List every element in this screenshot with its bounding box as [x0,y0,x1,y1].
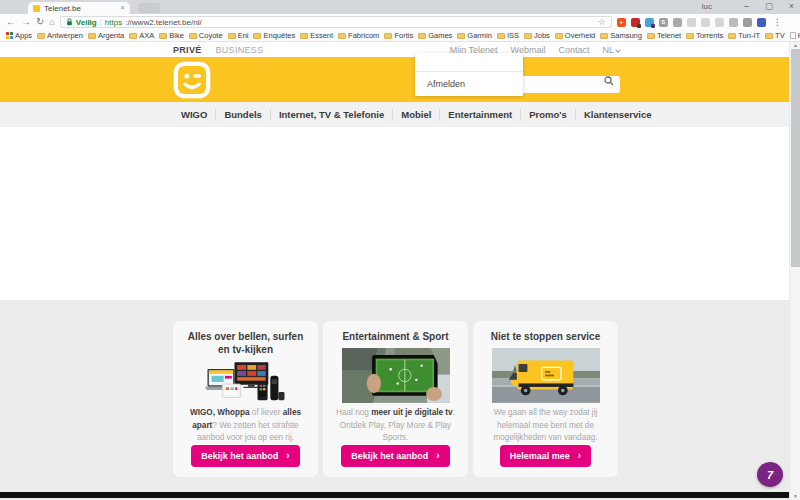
back-icon[interactable]: ← [6,17,16,27]
extensions-row: + S [617,18,766,27]
dropdown-spacer [415,53,523,72]
extension-badge [763,24,767,28]
bookmark-folder-item[interactable]: Fabricom [336,31,381,40]
extension-grey-square-icon[interactable] [729,18,738,27]
chat-bubble[interactable]: 7 [757,462,783,487]
extension-badge [735,24,739,28]
bookmark-folder-item[interactable]: Argenta [86,31,126,40]
nav-item[interactable]: Entertainment [440,109,521,120]
language-selector[interactable]: NL [602,45,620,55]
scroll-down-icon[interactable]: ▼ [790,493,800,499]
bookmark-label: Bike [169,31,184,40]
bookmark-folder-item[interactable]: AXA [127,31,156,40]
bookmark-page-item[interactable]: HP Deskjet 6980 NW [788,31,800,40]
bookmark-folder-item[interactable]: Telenet [645,31,683,40]
folder-icon [524,33,532,39]
page-scrollbar[interactable]: ▲ ▼ [789,42,800,500]
extension-blue-square-icon[interactable] [757,18,766,27]
extension-faded-1-icon[interactable] [687,18,696,27]
bookmark-folder-item[interactable]: Essent [298,31,335,40]
extension-badge [749,24,753,28]
minimize-button[interactable]: – [744,1,749,11]
forward-icon[interactable]: → [21,17,31,27]
nav-item[interactable]: WIGO [173,109,216,120]
telenet-logo[interactable] [173,61,211,99]
extension-orange-icon[interactable]: + [617,18,626,27]
extension-grey-phone-icon[interactable] [673,18,682,27]
url-text: ://www2.telenet.be/nl/ [125,18,201,27]
tab-business[interactable]: BUSINESS [216,45,264,55]
bookmark-folder-item[interactable]: TV [763,31,787,40]
folder-icon [189,33,197,39]
nav-item[interactable]: Bundels [216,109,270,120]
extension-blue-badge-icon[interactable] [645,18,654,27]
extension-faded-3-icon[interactable] [715,18,724,27]
tab-close-icon[interactable]: × [120,4,125,12]
profile-name[interactable]: luc [702,2,712,11]
nav-item[interactable]: Mobiel [393,109,440,120]
bookmark-folder-item[interactable]: Torrents [684,31,725,40]
chat-badge: 7 [767,469,773,481]
maximize-button[interactable]: ▢ [765,1,773,11]
extension-faded-2-icon[interactable] [701,18,710,27]
bookmark-folder-item[interactable]: Jobs [522,31,552,40]
bookmark-folder-item[interactable]: Bike [157,31,186,40]
devices-illustration [185,361,307,403]
bookmark-label: Essent [310,31,333,40]
bookmark-folder-item[interactable]: Fortis [382,31,415,40]
dropdown-item-afmelden[interactable]: Afmelden [415,72,523,89]
cta-button-aanbod-2[interactable]: Bekijk het aanbod › [341,445,449,467]
folder-icon [300,33,308,39]
extension-adblock-icon[interactable] [631,18,640,27]
cta-button-aanbod-1[interactable]: Bekijk het aanbod › [191,445,299,467]
bookmark-label: Fabricom [348,31,379,40]
folder-icon [338,33,346,39]
scrollbar-thumb[interactable] [791,49,800,267]
bookmark-folder-item[interactable]: Tun-IT [726,31,762,40]
bookmark-label: Jobs [534,31,550,40]
folder-icon [647,33,655,39]
bookmark-label: AXA [139,31,154,40]
extension-bubble-icon[interactable] [743,18,752,27]
nav-item[interactable]: Klantenservice [576,109,660,120]
bookmark-label: Argenta [98,31,124,40]
cta-button-helemaal-mee[interactable]: Helemaal mee › [500,445,591,467]
bookmark-folder-item[interactable]: Enquêtes [251,31,297,40]
close-button[interactable]: × [789,1,794,11]
bookmark-folder-item[interactable]: ISS [495,31,521,40]
bookmark-folder-item[interactable]: Eni [226,31,251,40]
bookmark-folder-item[interactable]: Coyote [187,31,225,40]
search-icon[interactable] [604,76,614,86]
bookmark-label: Games [428,31,452,40]
topbar-link[interactable]: Contact [558,45,589,55]
tab-prive[interactable]: PRIVÉ [173,45,202,55]
extension-s-icon[interactable]: S [659,18,668,27]
card-body: WIGO, Whoppa of liever alles apart? We z… [183,407,308,445]
omnibox-divider: | [100,18,102,27]
bookmark-folder-item[interactable]: Antwerpen [35,31,85,40]
card-title: Niet te stoppen service [491,330,600,343]
card-title: Entertainment & Sport [342,330,448,343]
bookmark-label: TV [775,31,785,40]
bookmark-folder-item[interactable]: Overheid [553,31,597,40]
bookmark-folder-item[interactable]: Garmin [455,31,494,40]
service-van-photo [485,348,607,403]
nav-item[interactable]: Promo's [521,109,576,120]
scroll-up-icon[interactable]: ▲ [790,42,800,48]
bookmark-item-apps[interactable]: Apps [4,31,34,40]
bookmark-star-icon[interactable]: ☆ [598,17,606,27]
new-tab-button[interactable] [138,3,160,13]
reload-icon[interactable]: ↻ [36,17,44,27]
cta-label: Bekijk het aanbod [351,451,428,461]
browser-menu-icon[interactable]: ⋮ [773,17,782,27]
bookmark-folder-item[interactable]: Games [416,31,454,40]
site-topbar: PRIVÉ BUSINESS Mijn Telenet Webmail Cont… [0,42,800,57]
extension-badge [721,24,725,28]
url-scheme: https [105,18,122,27]
home-icon[interactable]: ⌂ [49,18,54,27]
address-bar[interactable]: Veilig | https://www2.telenet.be/nl/ ☆ [60,16,612,28]
browser-tab[interactable]: Telenet.be × [28,2,130,14]
bookmark-folder-item[interactable]: Samsung [598,31,644,40]
nav-item[interactable]: Internet, TV & Telefonie [271,109,393,120]
bookmark-label: Coyote [199,31,223,40]
